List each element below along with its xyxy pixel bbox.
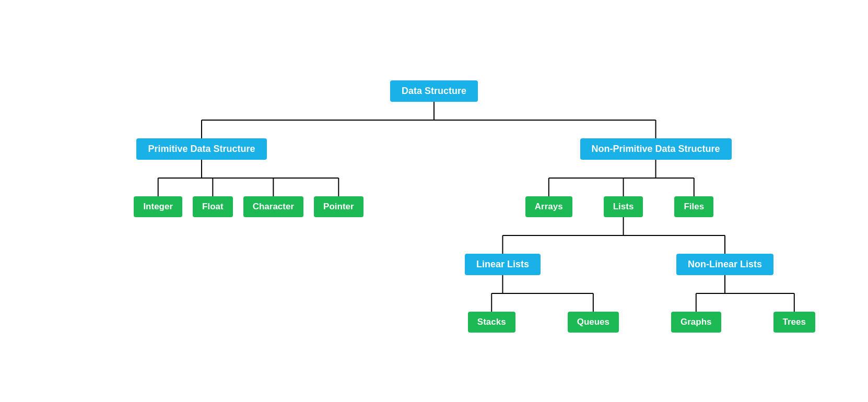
queues-node: Queues [568,312,619,333]
nonprimitive-node: Non-Primitive Data Structure [580,138,732,160]
graphs-node: Graphs [671,312,721,333]
stacks-node: Stacks [468,312,515,333]
lists-node: Lists [604,196,643,217]
character-node: Character [243,196,303,217]
linear-lists-node: Linear Lists [465,254,541,275]
pointer-node: Pointer [314,196,363,217]
integer-node: Integer [134,196,182,217]
root-node: Data Structure [390,80,478,102]
files-node: Files [674,196,713,217]
float-node: Float [193,196,233,217]
primitive-node: Primitive Data Structure [136,138,266,160]
nonlinear-lists-node: Non-Linear Lists [676,254,773,275]
arrays-node: Arrays [525,196,572,217]
trees-node: Trees [773,312,815,333]
